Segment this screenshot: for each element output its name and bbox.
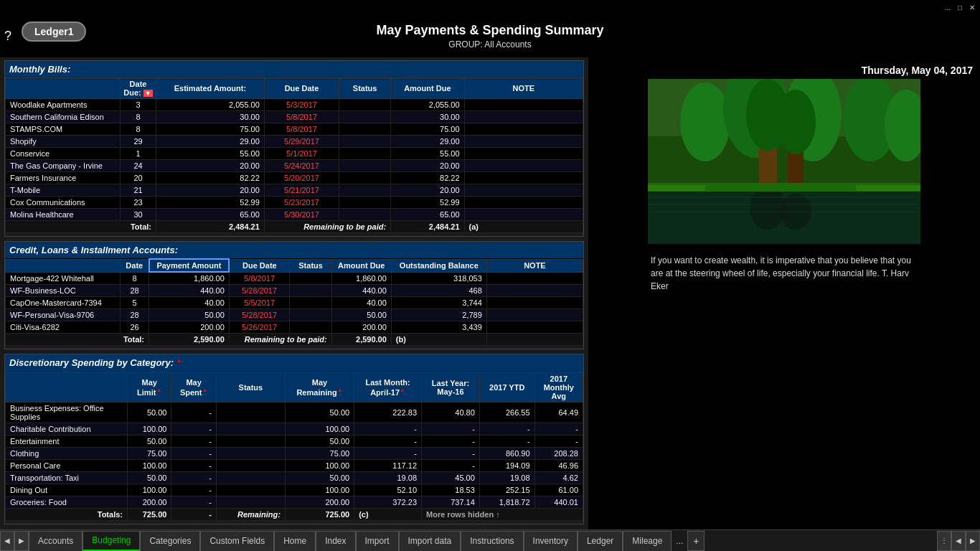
table-row[interactable]: Clothing 75.00 - 75.00 - - 860.90 208.28 <box>6 448 583 460</box>
bill-note[interactable] <box>464 111 583 123</box>
col-ytd[interactable]: 2017 YTD <box>479 373 534 402</box>
table-row[interactable]: Woodlake Apartments 3 2,055.00 5/3/2017 … <box>6 99 583 111</box>
table-row[interactable]: Groceries: Food 200.00 - 200.00 372.23 7… <box>6 496 583 509</box>
col-credit-amount-due[interactable]: Amount Due <box>331 259 391 272</box>
disc-status[interactable] <box>216 423 285 435</box>
title-bar-close[interactable]: ✕ <box>967 4 977 11</box>
disc-status[interactable] <box>216 484 285 496</box>
tab-import-data[interactable]: Import data <box>399 531 461 551</box>
table-row[interactable]: Entertainment 50.00 - 50.00 - - - - <box>6 435 583 448</box>
disc-status[interactable] <box>216 435 285 448</box>
tab-right-btn-1[interactable]: ⋮ <box>937 531 951 551</box>
table-row[interactable]: STAMPS.COM 8 75.00 5/8/2017 75.00 <box>6 123 583 136</box>
col-note[interactable]: NOTE <box>464 78 583 99</box>
title-bar-dots[interactable]: ... <box>943 4 953 11</box>
table-row[interactable]: Conservice 1 55.00 5/1/2017 55.00 <box>6 148 583 160</box>
col-payment-amount[interactable]: Payment Amount <box>149 259 230 272</box>
help-icon[interactable]: ? <box>4 29 11 44</box>
bill-status[interactable] <box>339 111 391 123</box>
table-row[interactable]: The Gas Company - Irvine 24 20.00 5/24/2… <box>6 160 583 172</box>
credit-note[interactable] <box>486 297 583 309</box>
bill-note[interactable] <box>464 184 583 197</box>
disc-status[interactable] <box>216 472 285 484</box>
col-est-amount[interactable]: Estimated Amount: <box>156 78 265 99</box>
col-last-month[interactable]: Last Month:April-17▲ <box>354 373 422 402</box>
bill-note[interactable] <box>464 209 583 221</box>
credit-status[interactable] <box>290 297 331 309</box>
bill-status[interactable] <box>339 148 391 160</box>
disc-status[interactable] <box>216 496 285 509</box>
table-row[interactable]: Citi-Visa-6282 26 200.00 5/26/2017 200.0… <box>6 321 583 334</box>
logo[interactable]: Ledger1 <box>22 22 86 42</box>
col-may-spent[interactable]: MaySpent▲ <box>171 373 217 402</box>
title-bar-buttons[interactable]: ... □ ✕ <box>943 4 977 11</box>
bill-status[interactable] <box>339 172 391 184</box>
col-due-date[interactable]: Due Date <box>264 78 339 99</box>
credit-note[interactable] <box>486 309 583 321</box>
tab-more[interactable]: ... <box>672 536 687 546</box>
table-row[interactable]: Mortgage-422 Whitehall 8 1,860.00 5/8/20… <box>6 272 583 285</box>
credit-status[interactable] <box>290 272 331 285</box>
bill-status[interactable] <box>339 197 391 209</box>
tab-right-btn-3[interactable]: ▶ <box>966 531 980 551</box>
tab-instructions[interactable]: Instructions <box>461 531 523 551</box>
credit-status[interactable] <box>290 285 331 297</box>
table-row[interactable]: Transportation: Taxi 50.00 - 50.00 19.08… <box>6 472 583 484</box>
table-row[interactable]: Business Expenses: Office Supplies 50.00… <box>6 402 583 423</box>
col-amount-due[interactable]: Amount Due <box>391 78 465 99</box>
col-may-limit[interactable]: MayLimit▲ <box>128 373 171 402</box>
disc-status[interactable] <box>216 448 285 460</box>
tab-home[interactable]: Home <box>274 531 316 551</box>
bill-status[interactable] <box>339 99 391 111</box>
table-row[interactable]: Southern California Edison 8 30.00 5/8/2… <box>6 111 583 123</box>
table-row[interactable]: Farmers Insurance 20 82.22 5/20/2017 82.… <box>6 172 583 184</box>
tab-add[interactable]: + <box>687 531 705 551</box>
table-row[interactable]: Shopify 29 29.00 5/29/2017 29.00 <box>6 136 583 148</box>
bill-note[interactable] <box>464 136 583 148</box>
col-last-year[interactable]: Last Year:May-16 <box>422 373 480 402</box>
credit-note[interactable] <box>486 272 583 285</box>
tab-index[interactable]: Index <box>316 531 355 551</box>
tab-ledger[interactable]: Ledger <box>578 531 623 551</box>
col-date-due[interactable]: Date Due: ▼ <box>121 78 156 99</box>
tab-custom-fields[interactable]: Custom Fields <box>200 531 274 551</box>
col-outstanding-balance[interactable]: Outstanding Balance <box>391 259 486 272</box>
col-credit-note[interactable]: NOTE <box>486 259 583 272</box>
table-row[interactable]: WF-Personal-Visa-9706 28 50.00 5/28/2017… <box>6 309 583 321</box>
col-may-remaining[interactable]: MayRemaining▲ <box>285 373 354 402</box>
bill-note[interactable] <box>464 197 583 209</box>
table-row[interactable]: Personal Care 100.00 - 100.00 117.12 - 1… <box>6 460 583 472</box>
table-row[interactable]: T-Mobile 21 20.00 5/21/2017 20.00 <box>6 184 583 197</box>
table-row[interactable]: Cox Communications 23 52.99 5/23/2017 52… <box>6 197 583 209</box>
bill-status[interactable] <box>339 160 391 172</box>
table-row[interactable]: Molina Healthcare 30 65.00 5/30/2017 65.… <box>6 209 583 221</box>
bill-status[interactable] <box>339 123 391 136</box>
title-bar-maximize[interactable]: □ <box>956 4 964 11</box>
tab-scroll-right[interactable]: ▶ <box>14 531 29 551</box>
col-status[interactable]: Status <box>339 78 391 99</box>
bill-note[interactable] <box>464 123 583 136</box>
tab-import[interactable]: Import <box>356 531 399 551</box>
col-credit-status[interactable]: Status <box>290 259 331 272</box>
col-monthly-avg[interactable]: 2017MonthlyAvg <box>534 373 583 402</box>
col-credit-date[interactable]: Date <box>121 259 149 272</box>
disc-status[interactable] <box>216 402 285 423</box>
credit-status[interactable] <box>290 309 331 321</box>
bill-status[interactable] <box>339 209 391 221</box>
bill-status[interactable] <box>339 136 391 148</box>
disc-status[interactable] <box>216 460 285 472</box>
bill-note[interactable] <box>464 160 583 172</box>
bill-note[interactable] <box>464 99 583 111</box>
table-row[interactable]: Dining Out 100.00 - 100.00 52.10 18.53 2… <box>6 484 583 496</box>
tab-right-btn-2[interactable]: ◀ <box>951 531 966 551</box>
tab-categories[interactable]: Categories <box>140 531 200 551</box>
tab-budgeting[interactable]: Budgeting <box>83 531 140 551</box>
credit-note[interactable] <box>486 321 583 334</box>
table-row[interactable]: CapOne-Mastercard-7394 5 40.00 5/5/2017 … <box>6 297 583 309</box>
col-credit-due-date[interactable]: Due Date <box>229 259 290 272</box>
bill-note[interactable] <box>464 172 583 184</box>
tab-accounts[interactable]: Accounts <box>29 531 83 551</box>
bill-status[interactable] <box>339 184 391 197</box>
credit-status[interactable] <box>290 321 331 334</box>
bill-note[interactable] <box>464 148 583 160</box>
